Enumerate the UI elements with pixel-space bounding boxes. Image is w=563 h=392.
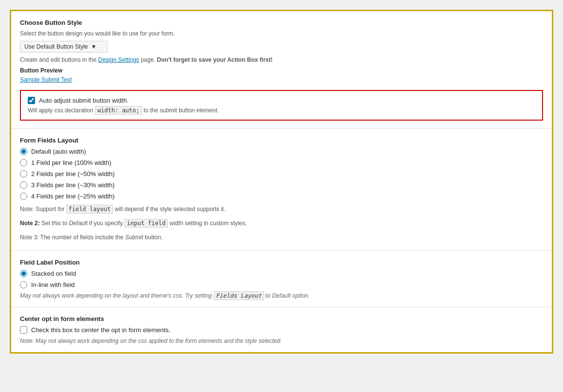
note2: Note 2: Set this to Default if you speci… — [20, 219, 543, 228]
layout-option-4: 4 Fields per line (~25% width) — [20, 193, 543, 200]
note1-code: field layout — [66, 205, 113, 214]
layout-radio-0[interactable] — [20, 148, 27, 155]
note2-code: input field — [125, 219, 168, 228]
auto-adjust-description: Will apply css declaration width: auto; … — [28, 107, 535, 114]
auto-adjust-checkbox[interactable] — [28, 97, 35, 104]
center-opt-in-checkbox[interactable] — [20, 326, 27, 334]
layout-radio-1[interactable] — [20, 159, 27, 166]
layout-option-1: 1 Field per line (100% width) — [20, 159, 543, 166]
layout-radio-4[interactable] — [20, 193, 27, 200]
label-position-option-0: Stacked on field — [20, 270, 543, 277]
label-position-note: May not always work depending on the lay… — [20, 292, 543, 299]
layout-label-2: 2 Fields per line (~50% width) — [31, 170, 115, 178]
note1: Note: Support for field layout will depe… — [20, 205, 543, 214]
button-style-description: Select the button design you would like … — [20, 30, 543, 37]
choose-button-style-section: Choose Button Style Select the button de… — [11, 11, 552, 129]
fields-layout-radio-group: Default (auto width) 1 Field per line (1… — [20, 148, 543, 200]
layout-label-1: 1 Field per line (100% width) — [31, 159, 111, 166]
layout-option-0: Default (auto width) — [20, 148, 543, 155]
layout-option-2: 2 Fields per line (~50% width) — [20, 170, 543, 178]
center-opt-in-title: Center opt in form elements — [20, 315, 543, 322]
main-container: Choose Button Style Select the button de… — [10, 10, 553, 354]
sample-submit-link[interactable]: Sample Submit Text — [20, 76, 72, 83]
layout-option-3: 3 Fields per line (~30% width) — [20, 181, 543, 189]
dropdown-arrow-icon: ▼ — [91, 43, 97, 50]
layout-radio-2[interactable] — [20, 170, 27, 178]
create-edit-text: Create and edit buttons in the Design Se… — [20, 56, 543, 63]
button-style-dropdown[interactable]: Use Default Button Style ▼ — [20, 41, 108, 53]
center-opt-in-section: Center opt in form elements Check this b… — [11, 307, 552, 352]
layout-radio-3[interactable] — [20, 181, 27, 189]
auto-adjust-checkbox-row: Auto adjust submit button width. — [28, 97, 535, 104]
label-position-radio-1[interactable] — [20, 281, 27, 288]
label-position-label-1: In-line with field — [31, 281, 75, 288]
note3: Note 3: The number of fields include the… — [20, 233, 543, 242]
label-position-radio-group: Stacked on field In-line with field — [20, 270, 543, 288]
center-opt-in-checkbox-row: Check this box to center the opt in form… — [20, 326, 543, 334]
choose-button-style-title: Choose Button Style — [20, 19, 543, 26]
form-fields-layout-title: Form Fields Layout — [20, 137, 543, 144]
design-settings-link[interactable]: Design Settings — [98, 56, 139, 63]
css-code: width: auto; — [95, 106, 142, 115]
center-opt-in-note: Note: May not always work depending on t… — [20, 338, 543, 344]
layout-label-0: Default (auto width) — [31, 148, 86, 155]
save-warning: Don't forget to save your Action Box fir… — [157, 56, 273, 63]
button-preview-label: Button Preview — [20, 67, 543, 74]
field-label-position-title: Field Label Position — [20, 259, 543, 266]
label-position-label-0: Stacked on field — [31, 270, 76, 277]
field-label-position-section: Field Label Position Stacked on field In… — [11, 251, 552, 307]
fields-layout-code: Fields Layout — [214, 291, 264, 300]
label-position-option-1: In-line with field — [20, 281, 543, 288]
form-fields-layout-section: Form Fields Layout Default (auto width) … — [11, 129, 552, 251]
layout-label-4: 4 Fields per line (~25% width) — [31, 193, 115, 200]
center-opt-in-label: Check this box to center the opt in form… — [31, 326, 170, 334]
layout-label-3: 3 Fields per line (~30% width) — [31, 181, 115, 189]
dropdown-value: Use Default Button Style — [24, 43, 88, 50]
auto-adjust-label: Auto adjust submit button width. — [39, 97, 128, 104]
label-position-radio-0[interactable] — [20, 270, 27, 277]
auto-adjust-section: Auto adjust submit button width. Will ap… — [20, 90, 543, 121]
